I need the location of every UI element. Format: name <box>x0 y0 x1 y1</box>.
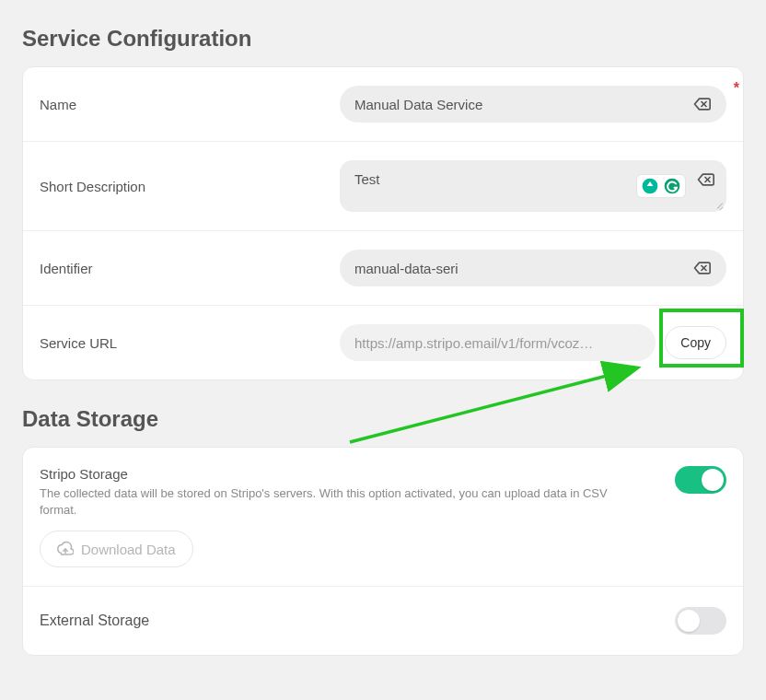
name-label: Name <box>40 97 325 112</box>
download-data-button[interactable]: Download Data <box>40 531 193 567</box>
clear-icon[interactable] <box>691 94 712 114</box>
identifier-row: Identifier manual-data-seri <box>23 231 743 306</box>
data-storage-card: Stripo Storage The collected data will b… <box>22 447 744 656</box>
stripo-storage-row: Stripo Storage The collected data will b… <box>23 448 743 531</box>
resize-handle-icon[interactable] <box>714 200 724 209</box>
external-storage-toggle[interactable] <box>675 607 726 635</box>
identifier-input[interactable]: manual-data-seri <box>340 250 726 286</box>
service-url-value: https://amp.stripo.email/v1/form/vcoz… <box>354 335 641 351</box>
copy-button[interactable]: Copy <box>665 326 726 359</box>
data-storage-title: Data Storage <box>22 406 744 432</box>
external-storage-row: External Storage <box>23 587 743 655</box>
service-url-input[interactable]: https://amp.stripo.email/v1/form/vcoz… <box>340 324 656 361</box>
name-input[interactable]: Manual Data Service <box>340 86 726 122</box>
short-desc-input[interactable]: Test <box>340 160 726 212</box>
short-desc-row: Short Description Test <box>23 142 743 231</box>
short-desc-value: Test <box>354 171 380 187</box>
short-desc-label: Short Description <box>40 179 325 194</box>
name-value: Manual Data Service <box>354 97 691 112</box>
download-row: Download Data <box>23 531 743 587</box>
download-icon <box>57 541 74 557</box>
stripo-storage-desc: The collected data will be stored on Str… <box>40 485 629 518</box>
identifier-label: Identifier <box>40 261 325 276</box>
download-data-label: Download Data <box>81 542 176 557</box>
service-config-title: Service Configuration <box>22 26 744 52</box>
service-url-row: Service URL https://amp.stripo.email/v1/… <box>23 306 743 379</box>
clear-icon[interactable] <box>695 169 715 190</box>
name-row: Name Manual Data Service * <box>23 67 743 142</box>
external-storage-label: External Storage <box>40 612 149 629</box>
clear-icon[interactable] <box>691 258 712 278</box>
service-config-card: Name Manual Data Service * Short Descrip… <box>22 66 744 380</box>
stripo-storage-label: Stripo Storage <box>40 466 629 482</box>
grammarly-overlay[interactable] <box>636 174 686 198</box>
service-url-label: Service URL <box>40 335 325 351</box>
required-asterisk: * <box>734 80 739 97</box>
stripo-storage-toggle[interactable] <box>675 466 726 494</box>
identifier-value: manual-data-seri <box>354 261 691 276</box>
